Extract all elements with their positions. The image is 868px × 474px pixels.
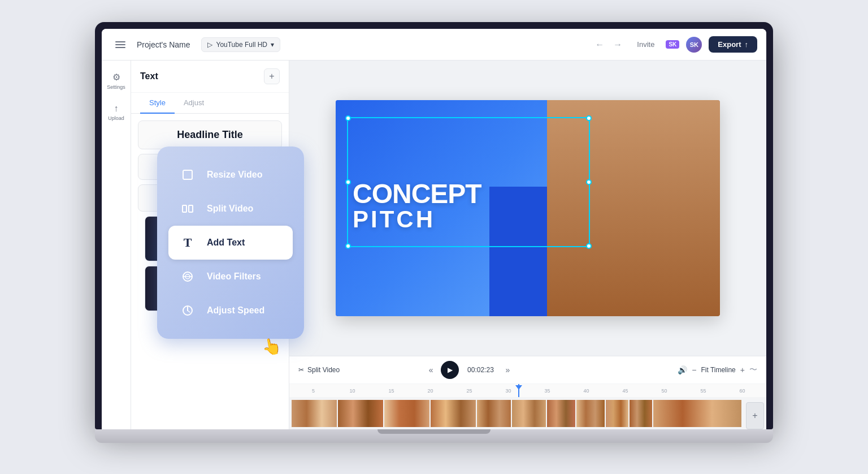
tab-style[interactable]: Style (140, 93, 175, 114)
add-text-label: Add Text (207, 238, 245, 248)
split-video-icon (177, 199, 198, 219)
tick-5: 5 (294, 388, 333, 394)
video-text-overlay: CONCEPT PITCH (353, 180, 481, 231)
menu-item-add-text[interactable]: T Add Text 👆 (168, 226, 293, 260)
clip-thumb-5[interactable] (477, 400, 511, 427)
export-icon: ↑ (745, 40, 749, 49)
tick-60: 60 (723, 388, 762, 394)
sidebar-icons: ⚙ Settings ↑ Upload (102, 61, 131, 429)
redo-button[interactable]: → (610, 37, 626, 52)
forward-button[interactable]: » (502, 363, 513, 377)
split-video-label: Split Video (307, 366, 340, 374)
video-text-line1: CONCEPT (353, 180, 481, 208)
add-clip-icon: + (752, 411, 757, 421)
timeline-strip[interactable]: + (289, 398, 766, 429)
format-icon: ▷ (207, 41, 212, 49)
sidebar-settings-label: Settings (107, 84, 125, 90)
adjust-speed-icon (177, 300, 198, 321)
video-filters-icon (177, 266, 198, 287)
sidebar-item-upload[interactable]: ↑ Upload (104, 99, 129, 126)
play-button[interactable]: ▶ (441, 361, 459, 379)
canvas-viewport[interactable]: CONCEPT PITCH (289, 61, 766, 356)
settings-icon: ⚙ (112, 72, 120, 83)
tick-20: 20 (411, 388, 450, 394)
chevron-down-icon: ▾ (271, 41, 274, 49)
text-panel-header: Text + (131, 61, 289, 93)
clip-thumb-1[interactable] (292, 400, 337, 427)
menu-item-split-video[interactable]: Split Video (168, 192, 293, 226)
adjust-speed-label: Adjust Speed (207, 305, 264, 316)
undo-button[interactable]: ← (592, 37, 607, 52)
waveform-icon: 〜 (749, 365, 757, 375)
play-icon: ▶ (448, 366, 453, 374)
tick-40: 40 (567, 388, 606, 394)
ruler-ticks: 5 10 15 20 25 30 35 40 45 50 (294, 388, 762, 394)
export-label: Export (718, 40, 741, 49)
text-style-headline[interactable]: Headline Title (138, 120, 282, 149)
export-button[interactable]: Export ↑ (709, 36, 757, 53)
panel-tabs: Style Adjust (131, 93, 289, 114)
resize-video-icon (177, 165, 198, 185)
format-selector[interactable]: ▷ YouTube Full HD ▾ (201, 37, 280, 52)
invite-button[interactable]: Invite (632, 38, 659, 51)
canvas-area: CONCEPT PITCH (289, 61, 766, 429)
clip-thumb-11[interactable] (653, 400, 741, 427)
add-text-icon: T (177, 232, 198, 253)
menu-item-adjust-speed[interactable]: Adjust Speed (168, 294, 293, 328)
headline-label: Headline Title (177, 129, 243, 141)
svg-rect-1 (183, 205, 186, 212)
format-label: YouTube Full HD (216, 41, 267, 49)
upload-icon: ↑ (114, 104, 119, 114)
video-person (547, 100, 720, 316)
split-video-label: Split Video (207, 204, 253, 214)
video-filters-label: Video Filters (207, 272, 261, 282)
menu-item-video-filters[interactable]: Video Filters (168, 260, 293, 294)
clip-thumb-10[interactable] (630, 400, 652, 427)
time-display: 00:02:23 (463, 366, 497, 374)
menu-item-resize-video[interactable]: Resize Video (168, 158, 293, 192)
clip-thumb-2[interactable] (338, 400, 383, 427)
fit-timeline-button[interactable]: Fit Timeline (701, 366, 735, 374)
rewind-button[interactable]: « (426, 363, 437, 377)
undo-redo-group: ← → (592, 37, 626, 52)
project-name: Project's Name (137, 40, 190, 49)
tick-15: 15 (372, 388, 411, 394)
transport-controls: « ▶ 00:02:23 » (426, 361, 514, 379)
header-bar: Project's Name ▷ YouTube Full HD ▾ ← → I… (102, 29, 766, 61)
playhead[interactable] (518, 384, 519, 397)
plus-icon[interactable]: + (740, 365, 745, 374)
clip-thumb-8[interactable] (576, 400, 605, 427)
video-text-line2: PITCH (353, 208, 481, 231)
floating-menu: Resize Video Split Video T Add Text 👆 (157, 146, 304, 339)
add-text-type-button[interactable]: + (264, 68, 280, 84)
clip-thumb-4[interactable] (431, 400, 476, 427)
sidebar-item-settings[interactable]: ⚙ Settings (104, 67, 129, 94)
video-canvas[interactable]: CONCEPT PITCH (336, 100, 720, 316)
clip-thumb-7[interactable] (547, 400, 575, 427)
add-clip-button[interactable]: + (746, 402, 764, 429)
clip-thumb-9[interactable] (606, 400, 628, 427)
tick-25: 25 (450, 388, 489, 394)
tick-45: 45 (606, 388, 645, 394)
minus-icon[interactable]: − (692, 365, 696, 374)
tick-10: 10 (333, 388, 372, 394)
tick-35: 35 (528, 388, 567, 394)
avatar: SK (686, 37, 702, 53)
volume-button[interactable]: 🔊 (678, 365, 687, 374)
split-video-button[interactable]: ✂ Split Video (298, 366, 340, 374)
tab-adjust[interactable]: Adjust (175, 93, 213, 114)
clip-thumb-3[interactable] (384, 400, 429, 427)
tick-50: 50 (645, 388, 684, 394)
text-panel-title: Text (140, 71, 158, 81)
scissors-icon: ✂ (298, 366, 304, 374)
cursor-hand-icon: 👆 (260, 335, 283, 357)
sidebar-upload-label: Upload (108, 115, 124, 121)
hamburger-menu[interactable] (111, 37, 130, 53)
user-initials-badge: SK (666, 40, 679, 49)
timeline-right-controls: 🔊 − Fit Timeline + 〜 (678, 365, 757, 375)
svg-rect-2 (189, 205, 193, 212)
laptop-base (95, 429, 773, 443)
timeline-ruler[interactable]: 5 10 15 20 25 30 35 40 45 50 (289, 384, 766, 398)
tick-55: 55 (684, 388, 723, 394)
clip-thumb-6[interactable] (512, 400, 546, 427)
